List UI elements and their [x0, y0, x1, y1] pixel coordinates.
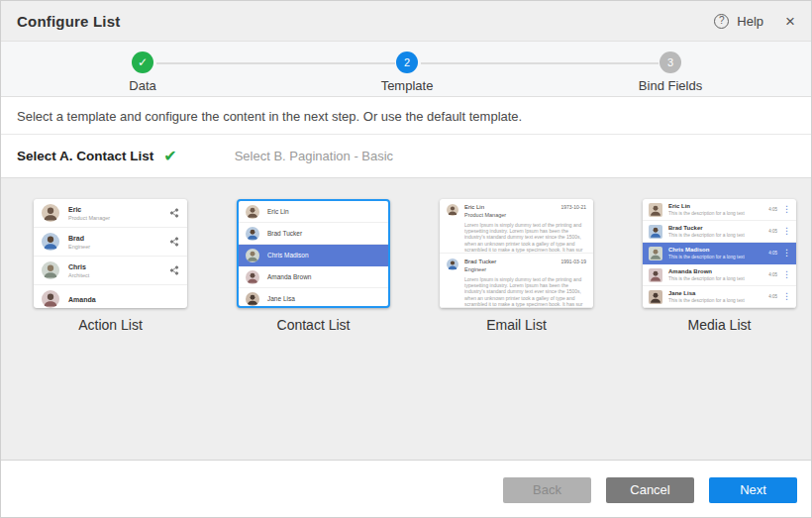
item-role: Engineer — [464, 266, 496, 272]
avatar — [447, 259, 458, 270]
list-item: Jane Lisa This is the description for a … — [643, 286, 796, 308]
item-name: Eric Lin — [267, 208, 289, 215]
item-name: Brad — [68, 235, 90, 242]
step-template[interactable]: 2 Template — [348, 52, 466, 93]
wizard-stepper: ✓ Data 2 Template 3 Bind Fields — [1, 42, 811, 97]
step-bind-fields-label: Bind Fields — [611, 78, 730, 93]
avatar — [42, 261, 59, 279]
item-name: Jane Lisa — [668, 290, 745, 296]
avatar — [246, 292, 259, 306]
item-role: Architect — [68, 272, 89, 278]
more-vert-icon: ⋮ — [782, 270, 790, 279]
action-list-card[interactable]: Eric Product Manager Brad Engineer — [34, 199, 187, 308]
close-icon[interactable]: × — [785, 13, 795, 30]
cancel-button[interactable]: Cancel — [606, 477, 694, 503]
contact-list-card[interactable]: Eric Lin Brad Tucker Chris Madison Amand… — [237, 199, 390, 308]
list-item-selected: Chris Madison — [239, 245, 388, 266]
select-a-contact-list[interactable]: Select A. Contact List — [17, 149, 153, 163]
avatar — [246, 227, 259, 241]
avatar — [649, 247, 662, 260]
item-name: Amanda Brown — [267, 273, 311, 280]
item-name: Eric Lin — [668, 203, 745, 209]
item-name: Chris Madison — [668, 247, 745, 253]
selected-check-icon: ✔ — [163, 147, 176, 165]
more-vert-icon: ⋮ — [782, 292, 790, 301]
email-list-card[interactable]: Eric Lin Product Manager 1973-10-21 Lore… — [440, 199, 593, 308]
item-name: Eric Lin — [464, 204, 506, 210]
item-role: Engineer — [68, 244, 90, 250]
avatar — [42, 290, 59, 308]
item-time: 4:05 — [768, 207, 777, 212]
avatar — [42, 204, 59, 222]
item-name: Brad Tucker — [464, 259, 496, 264]
list-item: Brad Engineer — [34, 228, 187, 257]
selection-bar: Select A. Contact List ✔ Select B. Pagin… — [1, 135, 811, 178]
item-description: This is the description for a long text — [668, 298, 745, 303]
template-gallery: Eric Product Manager Brad Engineer — [1, 178, 811, 460]
help-icon[interactable]: ? — [714, 14, 729, 29]
item-role: Product Manager — [464, 212, 506, 218]
share-icon — [169, 237, 179, 247]
avatar — [447, 204, 458, 216]
item-role: Product Manager — [68, 215, 110, 221]
help-button[interactable]: Help — [737, 14, 763, 29]
item-name: Chris — [68, 263, 89, 270]
item-date: 1991-03-19 — [560, 259, 586, 264]
more-vert-icon: ⋮ — [782, 227, 790, 236]
select-b-pagination-basic[interactable]: Select B. Pagination - Basic — [235, 149, 393, 163]
template-label-email-list: Email List — [440, 317, 593, 333]
list-item: Brad Tucker — [239, 223, 388, 245]
more-vert-icon: ⋮ — [782, 205, 790, 214]
list-item: Amanda Brown — [239, 266, 388, 288]
list-item: Brad Tucker This is the description for … — [643, 221, 796, 243]
item-description: This is the description for a long text — [668, 211, 745, 216]
item-time: 4:05 — [768, 272, 777, 277]
item-body: Lorem Ipsum is simply dummy text of the … — [464, 222, 586, 253]
avatar — [42, 233, 59, 251]
back-button[interactable]: Back — [503, 477, 591, 503]
avatar — [246, 205, 259, 219]
list-item-selected: Chris Madison This is the description fo… — [643, 243, 796, 264]
item-name: Brad Tucker — [267, 230, 302, 237]
step-template-label: Template — [348, 78, 466, 93]
list-item: Amanda — [34, 285, 187, 308]
page-title: Configure List — [17, 13, 120, 30]
list-item: Brad Tucker Engineer 1991-03-19 Lorem Ip… — [440, 254, 593, 308]
item-name: Jane Lisa — [267, 295, 295, 302]
item-body: Lorem Ipsum is simply dummy text of the … — [464, 276, 586, 307]
template-label-action-list: Action List — [34, 317, 187, 333]
step-template-number: 2 — [396, 52, 418, 73]
avatar — [649, 225, 662, 239]
template-email-list: Eric Lin Product Manager 1973-10-21 Lore… — [440, 199, 593, 333]
list-item: Eric Product Manager — [34, 199, 187, 228]
next-button[interactable]: Next — [709, 477, 797, 503]
template-label-media-list: Media List — [643, 317, 796, 333]
item-description: This is the description for a long text — [668, 276, 745, 281]
item-time: 4:05 — [768, 294, 777, 299]
avatar — [649, 290, 662, 304]
item-name: Amanda — [68, 296, 96, 303]
step-bind-fields-number: 3 — [660, 52, 681, 73]
step-data[interactable]: ✓ Data — [83, 52, 202, 93]
item-description: This is the description for a long text — [668, 233, 745, 238]
share-icon — [169, 265, 179, 275]
list-item: Eric Lin This is the description for a l… — [643, 199, 796, 221]
item-time: 4:05 — [768, 251, 777, 256]
share-icon — [169, 208, 179, 218]
step-data-label: Data — [83, 78, 202, 93]
avatar — [246, 270, 259, 284]
template-label-contact-list: Contact List — [237, 317, 390, 333]
list-item: Amanda Brown This is the description for… — [643, 264, 796, 286]
dialog-header: Configure List ? Help × — [1, 1, 811, 42]
avatar — [649, 203, 662, 217]
item-name: Brad Tucker — [668, 225, 745, 231]
template-contact-list: Eric Lin Brad Tucker Chris Madison Amand… — [237, 199, 390, 333]
avatar — [246, 249, 259, 262]
dialog-footer: Back Cancel Next — [1, 460, 811, 518]
item-description: This is the description for a long text — [668, 255, 745, 259]
list-item: Eric Lin Product Manager 1973-10-21 Lore… — [440, 199, 593, 254]
item-name: Eric — [68, 206, 110, 213]
media-list-card[interactable]: Eric Lin This is the description for a l… — [643, 199, 796, 308]
item-time: 4:05 — [768, 229, 777, 234]
step-bind-fields[interactable]: 3 Bind Fields — [611, 52, 730, 93]
